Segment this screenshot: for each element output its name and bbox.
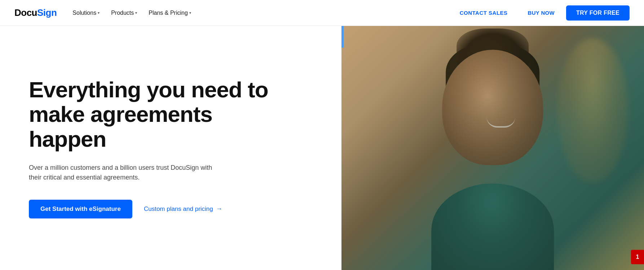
hero-left: Everything you need to make agreements h… [0,26,341,270]
plans-pricing-label: Plans & Pricing [149,10,188,16]
arrow-right-icon: → [216,205,222,213]
solutions-label: Solutions [72,10,96,16]
nav-links: Solutions ▾ Products ▾ Plans & Pricing ▾ [68,7,195,19]
custom-plans-button[interactable]: Custom plans and pricing → [144,205,222,213]
contact-sales-button[interactable]: CONTACT SALES [451,6,516,19]
hero-subtext: Over a million customers and a billion u… [29,163,216,182]
notification-badge[interactable]: 1 [631,250,644,264]
logo[interactable]: Docu Sign [14,7,57,18]
buy-now-button[interactable]: BUY NOW [519,6,563,19]
solutions-chevron-icon: ▾ [98,11,100,15]
custom-plans-label: Custom plans and pricing [144,205,213,213]
navbar: Docu Sign Solutions ▾ Products ▾ Plans &… [0,0,644,26]
products-label: Products [111,10,134,16]
hero-photo: 1 [341,26,644,270]
products-chevron-icon: ▾ [135,11,137,15]
logo-docu: Docu [14,7,37,18]
notification-count: 1 [636,254,639,260]
hero-image: 1 [341,26,644,270]
nav-item-plans-pricing[interactable]: Plans & Pricing ▾ [144,7,195,19]
navbar-right: CONTACT SALES BUY NOW TRY FOR FREE [451,5,630,21]
plans-chevron-icon: ▾ [189,11,191,15]
navbar-left: Docu Sign Solutions ▾ Products ▾ Plans &… [14,7,195,19]
hero-buttons: Get Started with eSignature Custom plans… [29,200,313,218]
hero-heading: Everything you need to make agreements h… [29,78,274,151]
hero-section: Everything you need to make agreements h… [0,26,644,270]
nav-item-solutions[interactable]: Solutions ▾ [68,7,104,19]
nav-item-products[interactable]: Products ▾ [107,7,141,19]
logo-sign: Sign [37,7,57,18]
get-started-button[interactable]: Get Started with eSignature [29,200,132,218]
try-for-free-button[interactable]: TRY FOR FREE [566,5,630,21]
image-overlay [341,26,644,270]
